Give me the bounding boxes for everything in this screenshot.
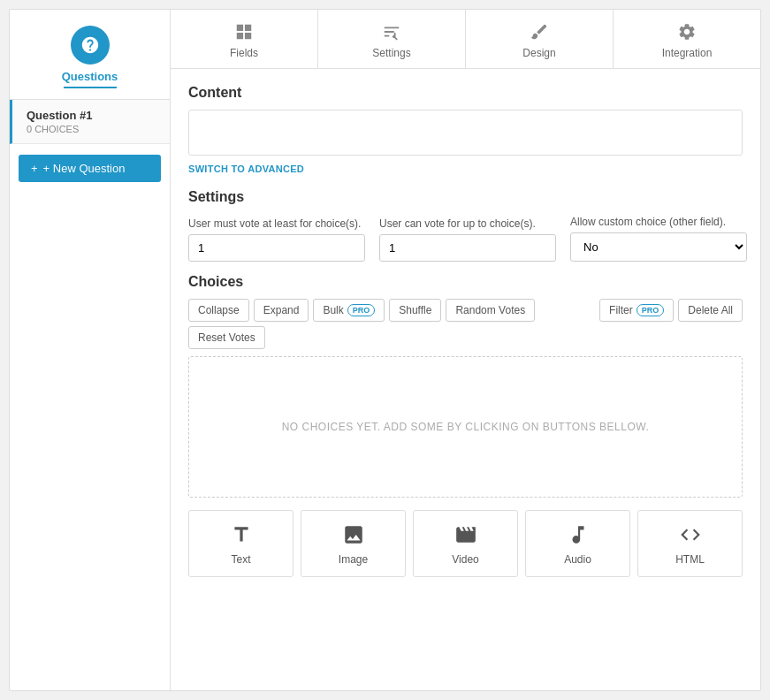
tab-design-label: Design <box>522 47 555 59</box>
reset-votes-button[interactable]: Reset Votes <box>188 326 265 349</box>
min-votes-field: User must vote at least for choice(s). <box>188 217 365 262</box>
filter-pro-badge: PRO <box>637 304 665 316</box>
add-audio-label: Audio <box>564 553 591 566</box>
video-icon <box>454 523 477 546</box>
top-tabs: Fields Settings Design <box>171 10 760 69</box>
collapse-button[interactable]: Collapse <box>188 299 249 322</box>
settings-row: User must vote at least for choice(s). U… <box>188 216 743 262</box>
plus-icon: + <box>31 162 38 175</box>
min-votes-input[interactable] <box>188 234 365 262</box>
shuffle-label: Shuffle <box>399 304 431 316</box>
random-votes-button[interactable]: Random Votes <box>446 299 535 322</box>
max-votes-label: User can vote for up to choice(s). <box>379 217 556 230</box>
add-html-button[interactable]: HTML <box>637 510 743 577</box>
content-area: Content SWITCH TO ADVANCED Settings User… <box>171 69 760 690</box>
sidebar-underline <box>64 87 117 88</box>
add-image-label: Image <box>339 553 368 566</box>
question-subtitle: 0 CHOICES <box>27 124 159 134</box>
delete-all-button[interactable]: Delete All <box>678 299 743 322</box>
custom-choice-label: Allow custom choice (other field). <box>570 216 747 228</box>
main-content: Fields Settings Design <box>171 10 760 690</box>
sidebar: Questions Question #1 0 CHOICES + + New … <box>10 10 171 690</box>
max-votes-field: User can vote for up to choice(s). <box>379 217 556 262</box>
choices-section-title: Choices <box>188 274 743 290</box>
delete-all-label: Delete All <box>688 304 733 316</box>
design-icon <box>530 22 549 42</box>
choices-empty-area: NO CHOICES YET. ADD SOME BY CLICKING ON … <box>188 356 743 498</box>
add-video-button[interactable]: Video <box>413 510 518 577</box>
choices-empty-text: NO CHOICES YET. ADD SOME BY CLICKING ON … <box>282 421 650 433</box>
custom-choice-field: Allow custom choice (other field). No Ye… <box>570 216 747 262</box>
settings-section-title: Settings <box>188 189 743 205</box>
integration-icon <box>677 22 697 42</box>
add-text-button[interactable]: Text <box>188 510 294 577</box>
max-votes-input[interactable] <box>379 234 556 262</box>
tab-fields-label: Fields <box>230 47 258 59</box>
min-votes-label: User must vote at least for choice(s). <box>188 217 365 230</box>
text-icon <box>230 523 253 546</box>
expand-label: Expand <box>263 304 300 316</box>
bulk-pro-badge: PRO <box>347 304 376 316</box>
sidebar-title: Questions <box>62 70 118 83</box>
new-question-button[interactable]: + + New Question <box>19 155 161 182</box>
shuffle-button[interactable]: Shuffle <box>389 299 441 322</box>
content-section-title: Content <box>188 85 743 101</box>
bulk-label: Bulk <box>323 304 343 316</box>
tab-settings[interactable]: Settings <box>318 10 466 68</box>
filter-label: Filter <box>609 304 633 316</box>
reset-votes-label: Reset Votes <box>198 331 255 344</box>
random-votes-label: Random Votes <box>455 304 525 316</box>
tab-integration[interactable]: Integration <box>614 10 760 68</box>
add-audio-button[interactable]: Audio <box>525 510 630 577</box>
image-icon <box>342 523 365 546</box>
add-text-label: Text <box>231 553 250 566</box>
html-icon <box>679 523 702 546</box>
add-video-label: Video <box>452 553 478 566</box>
settings-icon <box>382 22 401 42</box>
expand-button[interactable]: Expand <box>254 299 309 322</box>
question-list-item[interactable]: Question #1 0 CHOICES <box>10 100 170 144</box>
new-question-label: + New Question <box>43 162 126 175</box>
fields-icon <box>234 22 254 42</box>
tab-fields[interactable]: Fields <box>171 10 318 68</box>
choices-section: Choices Collapse Expand Bulk PRO <box>188 274 743 577</box>
tab-integration-label: Integration <box>662 47 713 59</box>
bulk-button[interactable]: Bulk PRO <box>313 299 385 322</box>
choices-toolbar: Collapse Expand Bulk PRO Shuffle <box>188 299 743 349</box>
add-image-button[interactable]: Image <box>301 510 406 577</box>
content-textarea[interactable] <box>188 110 743 156</box>
add-choice-row: Text Image Video <box>188 510 743 577</box>
tab-settings-label: Settings <box>372 47 410 59</box>
questions-icon <box>71 26 110 65</box>
collapse-label: Collapse <box>198 304 240 316</box>
question-title: Question #1 <box>27 109 159 122</box>
audio-icon <box>567 523 590 546</box>
sidebar-header: Questions <box>10 10 170 100</box>
add-html-label: HTML <box>675 553 705 566</box>
custom-choice-select[interactable]: No Yes <box>570 232 747 262</box>
switch-advanced-link[interactable]: SWITCH TO ADVANCED <box>188 164 304 174</box>
tab-design[interactable]: Design <box>466 10 614 68</box>
filter-button[interactable]: Filter PRO <box>599 299 674 322</box>
